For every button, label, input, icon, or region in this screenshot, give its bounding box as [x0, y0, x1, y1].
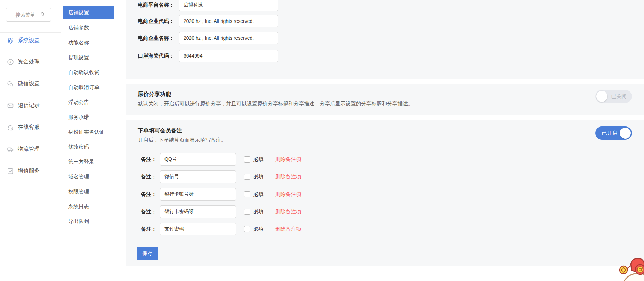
- sidebar-item-logistics[interactable]: 物流管理: [0, 138, 61, 160]
- sidebar-item-label: 短信记录: [18, 102, 40, 109]
- sidebar-item-system-settings[interactable]: 系统设置: [0, 32, 61, 49]
- remark-input[interactable]: [160, 205, 236, 218]
- submenu-item[interactable]: 域名管理: [63, 169, 114, 184]
- submenu-item[interactable]: 系统日志: [63, 199, 114, 214]
- platform-name-label: 电商平台名称：: [133, 0, 174, 11]
- submenu-item[interactable]: 第三方登录: [63, 155, 114, 169]
- remark-label: 备注：: [133, 188, 156, 201]
- toggle-knob: [620, 128, 631, 139]
- customs-code-label: 口岸海关代码：: [133, 50, 174, 62]
- submenu-item[interactable]: 自动取消订单: [63, 80, 114, 95]
- remark-label: 备注：: [133, 205, 156, 218]
- remark-card: 下单填写会员备注 开启后，下单结算页面显示填写备注。 已开启 备注： 必填 删除…: [126, 120, 644, 266]
- secondary-sidebar: 店铺设置 店铺参数 功能名称 提现设置 自动确认收货 自动取消订单 浮动公告 服…: [61, 0, 115, 281]
- remark-section-description: 开启后，下单结算页面显示填写备注。: [138, 137, 226, 143]
- sidebar-item-label: 增值服务: [18, 167, 40, 175]
- submenu-active-label: 店铺设置: [68, 9, 89, 16]
- remark-label: 备注：: [133, 223, 156, 235]
- required-checkbox[interactable]: [244, 156, 250, 163]
- submenu-item[interactable]: 功能名称: [63, 35, 114, 50]
- remark-label: 备注：: [133, 153, 156, 166]
- remark-section-title: 下单填写会员备注: [138, 127, 182, 134]
- truck-icon: [7, 146, 14, 153]
- sidebar-item-sms[interactable]: 短信记录: [0, 95, 61, 116]
- primary-sidebar: 系统设置 ¥ 资金处理 微信设置 短信记录 在线客服 物流管理 增值服务: [0, 0, 61, 281]
- remark-toggle-label: 已开启: [602, 126, 617, 140]
- toggle-knob: [596, 91, 607, 102]
- sidebar-item-online-service[interactable]: 在线客服: [0, 116, 61, 138]
- required-label: 必填: [253, 170, 264, 183]
- remark-toggle[interactable]: 已开启: [595, 126, 632, 140]
- sidebar-item-label: 系统设置: [18, 37, 40, 44]
- enterprise-name-input[interactable]: [179, 32, 278, 44]
- sidebar-item-funds[interactable]: ¥ 资金处理: [0, 51, 61, 73]
- delete-remark-link[interactable]: 删除备注项: [275, 170, 301, 183]
- sidebar-item-label: 物流管理: [18, 146, 40, 153]
- share-feature-card: 原价分享功能 默认关闭，开启后可以进行原价分享，并且可以设置原价分享标题和分享描…: [126, 84, 644, 115]
- remark-row: 备注： 必填 删除备注项: [126, 223, 644, 235]
- form-row: 电商平台名称：: [126, 0, 644, 11]
- remark-row: 备注： 必填 删除备注项: [126, 153, 644, 166]
- submenu-item[interactable]: 自动确认收货: [63, 65, 114, 80]
- delete-remark-link[interactable]: 删除备注项: [275, 188, 301, 201]
- remark-row: 备注： 必填 删除备注项: [126, 205, 644, 218]
- gear-icon: [7, 37, 14, 44]
- submenu-item[interactable]: 身份证实名认证: [63, 125, 114, 140]
- remark-input[interactable]: [160, 223, 236, 235]
- search-icon: [40, 12, 45, 17]
- trend-chart-icon: [7, 168, 14, 175]
- enterprise-name-label: 电商企业名称：: [133, 32, 174, 44]
- yen-circle-icon: ¥: [7, 59, 14, 65]
- customs-code-input[interactable]: [179, 50, 278, 62]
- submenu-item[interactable]: 权限管理: [63, 184, 114, 199]
- submenu-list: 店铺参数 功能名称 提现设置 自动确认收货 自动取消订单 浮动公告 服务承诺 身…: [63, 20, 114, 229]
- required-label: 必填: [253, 188, 264, 201]
- submenu-item[interactable]: 提现设置: [63, 50, 114, 65]
- required-label: 必填: [253, 153, 264, 166]
- required-checkbox[interactable]: [244, 174, 250, 180]
- share-section-title: 原价分享功能: [138, 91, 171, 98]
- required-checkbox[interactable]: [244, 191, 250, 197]
- menu-search-box[interactable]: [6, 8, 51, 22]
- submenu-item[interactable]: 浮动公告: [63, 95, 114, 110]
- form-row: 口岸海关代码：: [126, 50, 644, 62]
- required-label: 必填: [253, 205, 264, 218]
- enterprise-code-input[interactable]: [179, 15, 278, 27]
- delete-remark-link[interactable]: 删除备注项: [275, 223, 301, 235]
- primary-nav-list: ¥ 资金处理 微信设置 短信记录 在线客服 物流管理 增值服务: [0, 51, 61, 182]
- delete-remark-link[interactable]: 删除备注项: [275, 205, 301, 218]
- submenu-item-store-settings[interactable]: 店铺设置: [63, 6, 114, 19]
- sidebar-item-label: 在线客服: [18, 124, 40, 131]
- wechat-icon: [7, 80, 14, 87]
- submenu-item[interactable]: 店铺参数: [63, 20, 114, 35]
- remark-row: 备注： 必填 删除备注项: [126, 188, 644, 201]
- sidebar-item-wechat[interactable]: 微信设置: [0, 73, 61, 95]
- save-button[interactable]: 保存: [137, 247, 158, 260]
- delete-remark-link[interactable]: 删除备注项: [275, 153, 301, 166]
- required-label: 必填: [253, 223, 264, 235]
- store-info-card: 电商平台名称： 电商企业代码： 电商企业名称： 口岸海关代码：: [126, 0, 644, 79]
- submenu-item[interactable]: 修改密码: [63, 140, 114, 155]
- platform-name-input[interactable]: [179, 0, 278, 11]
- enterprise-code-label: 电商企业代码：: [133, 15, 174, 27]
- share-section-description: 默认关闭，开启后可以进行原价分享，并且可以设置原价分享标题和分享描述，分享后显示…: [138, 100, 413, 107]
- svg-text:¥: ¥: [9, 60, 11, 64]
- remark-input[interactable]: [160, 188, 236, 201]
- submenu-item[interactable]: 导出队列: [63, 214, 114, 229]
- required-checkbox[interactable]: [244, 226, 250, 232]
- remark-input[interactable]: [160, 170, 236, 183]
- sidebar-item-label: 微信设置: [18, 80, 40, 87]
- remark-input[interactable]: [160, 153, 236, 166]
- envelope-icon: [7, 102, 14, 109]
- main-content: 电商平台名称： 电商企业代码： 电商企业名称： 口岸海关代码： 原价分享功能 默…: [115, 0, 644, 281]
- form-row: 电商企业代码：: [126, 15, 644, 27]
- sidebar-item-label: 资金处理: [18, 58, 40, 65]
- sidebar-item-value-added[interactable]: 增值服务: [0, 160, 61, 182]
- headset-icon: [7, 124, 14, 131]
- share-toggle-label: 已关闭: [611, 90, 627, 103]
- submenu-item[interactable]: 服务承诺: [63, 110, 114, 125]
- form-row: 电商企业名称：: [126, 32, 644, 44]
- required-checkbox[interactable]: [244, 209, 250, 215]
- remark-label: 备注：: [133, 170, 156, 183]
- share-toggle[interactable]: 已关闭: [595, 90, 632, 103]
